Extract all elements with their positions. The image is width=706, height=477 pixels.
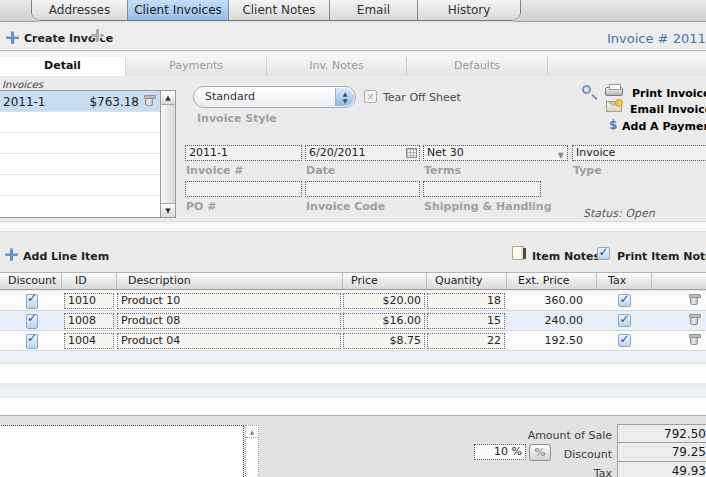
list-item-invoice[interactable]: 2011-1 $763.18 — [0, 91, 175, 112]
ext-price-cell: 360.00 — [507, 294, 597, 307]
terms-field[interactable]: Net 30 ▼ — [423, 145, 568, 161]
price-input[interactable]: $20.00 — [343, 293, 425, 309]
cross-icon: × — [366, 91, 374, 102]
id-cell: 1004 — [62, 333, 117, 349]
tab-addresses[interactable]: Addresses — [32, 0, 128, 21]
quantity-input[interactable]: 15 — [427, 313, 505, 329]
po-number-field[interactable] — [185, 181, 302, 197]
scroll-up-icon[interactable]: ▲ — [161, 91, 175, 105]
quantity-input[interactable]: 18 — [427, 293, 505, 309]
invoices-list-scrollbar[interactable]: ▲ ▼ — [160, 91, 175, 217]
discount-value: 79.25 — [617, 443, 706, 462]
discount-checkbox[interactable]: ✓ — [26, 334, 38, 349]
column-description[interactable]: Description — [117, 273, 343, 289]
stepper-icon[interactable]: ▲ ▼ — [335, 88, 354, 106]
column-discount[interactable]: Discount — [0, 273, 62, 289]
note-icon[interactable] — [512, 246, 524, 260]
add-plus-icon[interactable] — [91, 29, 104, 42]
terms-label: Terms — [424, 164, 461, 177]
tax-checkbox[interactable]: ✓ — [618, 294, 631, 307]
table-row[interactable]: ✓ 1008 Product 08 $16.00 15 240.00 ✓ — [0, 311, 706, 331]
dropdown-arrow-icon[interactable]: ▼ — [558, 149, 564, 163]
column-ext-price[interactable]: Ext. Price — [507, 273, 597, 289]
description-input[interactable]: Product 08 — [117, 313, 341, 329]
trash-icon[interactable] — [690, 316, 698, 325]
invoices-list: 2011-1 $763.18 ▲ ▼ — [0, 90, 176, 218]
list-item-empty — [0, 196, 175, 217]
tax-checkbox[interactable]: ✓ — [618, 314, 631, 327]
invoice-style-select[interactable]: Standard ▲ ▼ — [193, 86, 356, 108]
quantity-input[interactable]: 22 — [427, 333, 505, 349]
discount-percent-field[interactable]: 10 % — [474, 444, 526, 460]
trash-icon[interactable] — [690, 296, 698, 305]
type-label: Type — [573, 164, 602, 177]
list-item-empty — [0, 112, 175, 133]
calendar-icon[interactable] — [406, 148, 417, 158]
email-invoice-button[interactable]: Email Invoice — [630, 103, 706, 116]
add-line-item-plus-icon[interactable] — [5, 248, 18, 261]
tab-inv-notes[interactable]: Inv. Notes — [267, 57, 407, 76]
id-cell: 1010 — [62, 293, 117, 309]
tear-off-sheet-label: Tear Off Sheet — [383, 91, 461, 104]
price-cell: $16.00 — [343, 313, 427, 329]
stepper-down-icon: ▼ — [343, 97, 348, 104]
tab-client-invoices[interactable]: Client Invoices — [128, 0, 229, 21]
add-line-item-button[interactable]: Add Line Item — [23, 250, 109, 263]
column-id[interactable]: ID — [62, 273, 117, 289]
percent-button[interactable]: % — [529, 444, 551, 461]
price-input[interactable]: $8.75 — [343, 333, 425, 349]
tear-off-sheet-checkbox[interactable]: × — [364, 90, 377, 103]
description-input[interactable]: Product 10 — [117, 293, 341, 309]
date-value: 6/20/2011 — [309, 146, 365, 159]
column-tax[interactable]: Tax — [597, 273, 652, 289]
tax-cell: ✓ — [597, 334, 652, 347]
print-invoice-button[interactable]: Print Invoice — [632, 87, 706, 100]
check-icon: ✓ — [27, 291, 37, 305]
id-input[interactable]: 1004 — [64, 333, 114, 349]
print-item-notes-checkbox[interactable]: ✓ — [597, 247, 610, 260]
table-row[interactable]: ✓ 1010 Product 10 $20.00 18 360.00 ✓ — [0, 291, 706, 311]
column-price[interactable]: Price — [343, 273, 427, 289]
tab-client-notes[interactable]: Client Notes — [229, 0, 330, 21]
discount-checkbox[interactable]: ✓ — [26, 314, 38, 329]
tab-detail[interactable]: Detail — [0, 57, 126, 76]
top-tab-bar: Addresses Client Invoices Client Notes E… — [0, 0, 706, 22]
tax-checkbox[interactable]: ✓ — [618, 334, 631, 347]
check-icon: ✓ — [27, 331, 37, 345]
discount-checkbox[interactable]: ✓ — [26, 294, 38, 309]
tab-defaults[interactable]: Defaults — [407, 57, 548, 76]
price-input[interactable]: $16.00 — [343, 313, 425, 329]
printer-icon[interactable] — [605, 87, 623, 96]
tab-email[interactable]: Email — [330, 0, 418, 21]
item-notes-button[interactable]: Item Notes — [532, 250, 600, 263]
notes-scrollbar[interactable]: ▲ — [245, 425, 259, 477]
dollar-icon[interactable]: $ — [609, 118, 617, 132]
add-payment-button[interactable]: Add A Payment — [622, 120, 706, 133]
mail-icon[interactable] — [606, 101, 622, 112]
shipping-handling-label: Shipping & Handling — [424, 200, 552, 213]
create-invoice-plus-icon[interactable] — [6, 31, 19, 44]
invoice-number-field[interactable]: 2011-1 — [185, 145, 302, 161]
description-input[interactable]: Product 04 — [117, 333, 341, 349]
id-input[interactable]: 1008 — [64, 313, 114, 329]
date-field[interactable]: 6/20/2011 — [305, 145, 420, 161]
search-icon[interactable] — [582, 85, 591, 94]
price-cell: $8.75 — [343, 333, 427, 349]
tab-payments[interactable]: Payments — [126, 57, 267, 76]
shipping-handling-field[interactable] — [423, 181, 541, 197]
table-row[interactable]: ✓ 1004 Product 04 $8.75 22 192.50 ✓ — [0, 331, 706, 351]
invoice-notes-textarea[interactable] — [0, 425, 244, 477]
type-field[interactable]: Invoice — [572, 145, 706, 161]
check-icon: ✓ — [619, 332, 629, 346]
trash-icon[interactable] — [690, 336, 698, 345]
empty-row-stripe — [0, 398, 706, 415]
id-input[interactable]: 1010 — [64, 293, 114, 309]
scroll-up-icon[interactable]: ▲ — [246, 426, 258, 438]
column-quantity[interactable]: Quantity — [427, 273, 507, 289]
trash-icon[interactable] — [145, 97, 153, 106]
amount-of-sale-value: 792.50 — [617, 424, 706, 443]
tab-history[interactable]: History — [418, 0, 520, 21]
description-cell: Product 10 — [117, 293, 343, 309]
invoice-code-field[interactable] — [305, 181, 420, 197]
scroll-down-icon[interactable]: ▼ — [161, 203, 175, 217]
